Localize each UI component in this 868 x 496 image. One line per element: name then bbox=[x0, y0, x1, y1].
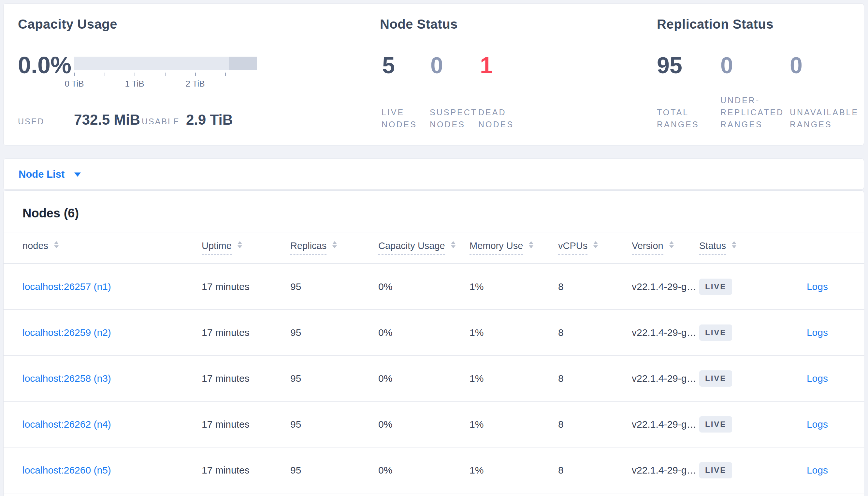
logs-link[interactable]: Logs bbox=[807, 281, 828, 292]
column-header-nodes[interactable]: nodes bbox=[23, 240, 59, 251]
table-row: localhost:26259 (n2) 17 minutes 95 0% 1%… bbox=[4, 310, 864, 356]
memory-cell: 1% bbox=[469, 419, 483, 430]
sort-icon[interactable] bbox=[529, 241, 533, 248]
under-replicated-ranges-count: 0 bbox=[720, 52, 733, 79]
capacity-cell: 0% bbox=[378, 465, 392, 476]
sort-icon[interactable] bbox=[54, 241, 59, 248]
column-header-vcpus[interactable]: vCPUs bbox=[558, 240, 598, 251]
status-badge: LIVE bbox=[699, 462, 732, 478]
axis-tick bbox=[105, 73, 105, 76]
node-link[interactable]: localhost:26257 (n1) bbox=[23, 281, 111, 292]
sort-icon[interactable] bbox=[332, 241, 337, 248]
version-cell: v22.1.4-29-g… bbox=[632, 327, 696, 338]
axis-tick bbox=[165, 73, 165, 76]
suspect-nodes-count: 0 bbox=[430, 52, 443, 79]
nodes-table-card: Nodes (6) nodes Uptime Replicas Capacity… bbox=[3, 190, 864, 496]
status-badge: LIVE bbox=[699, 416, 732, 433]
axis-tick-label: 0 TiB bbox=[55, 79, 94, 89]
status-cell: LIVE bbox=[699, 279, 732, 295]
vcpus-cell: 8 bbox=[558, 281, 564, 292]
replicas-cell: 95 bbox=[290, 281, 301, 292]
node-link[interactable]: localhost:26262 (n4) bbox=[23, 419, 111, 430]
status-cell: LIVE bbox=[699, 370, 732, 387]
dead-nodes-count: 1 bbox=[480, 52, 493, 79]
vcpus-cell: 8 bbox=[558, 419, 564, 430]
nodes-section-title: Nodes (6) bbox=[23, 206, 79, 221]
status-badge: LIVE bbox=[699, 370, 732, 387]
memory-cell: 1% bbox=[469, 465, 483, 476]
vcpus-cell: 8 bbox=[558, 327, 564, 338]
view-selector-bar: Node List bbox=[3, 158, 864, 190]
node-link[interactable]: localhost:26259 (n2) bbox=[23, 327, 111, 338]
status-badge: LIVE bbox=[699, 325, 732, 341]
dead-nodes-label: DEAD NODES bbox=[478, 106, 550, 130]
used-value: 732.5 MiB bbox=[74, 111, 140, 128]
capacity-cell: 0% bbox=[378, 327, 392, 338]
replicas-cell: 95 bbox=[290, 373, 301, 384]
axis-tick bbox=[74, 73, 75, 76]
version-cell: v22.1.4-29-g… bbox=[632, 419, 696, 430]
uptime-cell: 17 minutes bbox=[202, 281, 250, 292]
column-header-version[interactable]: Version bbox=[632, 240, 674, 251]
sort-icon[interactable] bbox=[593, 241, 598, 248]
total-ranges-count: 95 bbox=[657, 52, 682, 79]
table-body: localhost:26257 (n1) 17 minutes 95 0% 1%… bbox=[4, 264, 864, 493]
sort-icon[interactable] bbox=[669, 241, 674, 248]
sort-icon[interactable] bbox=[451, 241, 455, 248]
unavailable-ranges-label: UNAVAILABLE RANGES bbox=[790, 106, 868, 130]
capacity-cell: 0% bbox=[378, 419, 392, 430]
node-link[interactable]: localhost:26260 (n5) bbox=[23, 465, 111, 476]
memory-cell: 1% bbox=[469, 281, 483, 292]
table-header-row: nodes Uptime Replicas Capacity Usage Mem… bbox=[4, 232, 864, 264]
under-replicated-ranges-label: UNDER- REPLICATED RANGES bbox=[720, 94, 792, 130]
replicas-cell: 95 bbox=[290, 419, 301, 430]
table-row: localhost:26262 (n4) 17 minutes 95 0% 1%… bbox=[4, 402, 864, 448]
version-cell: v22.1.4-29-g… bbox=[632, 281, 696, 292]
vcpus-cell: 8 bbox=[558, 373, 564, 384]
capacity-percent-value: 0.0% bbox=[18, 51, 71, 79]
node-link[interactable]: localhost:26258 (n3) bbox=[23, 373, 111, 384]
uptime-cell: 17 minutes bbox=[202, 327, 250, 338]
column-header-replicas[interactable]: Replicas bbox=[290, 240, 337, 251]
axis-tick bbox=[135, 73, 135, 76]
replicas-cell: 95 bbox=[290, 465, 301, 476]
column-header-uptime[interactable]: Uptime bbox=[202, 240, 242, 251]
status-cell: LIVE bbox=[699, 416, 732, 433]
logs-link[interactable]: Logs bbox=[807, 465, 828, 476]
logs-link[interactable]: Logs bbox=[807, 327, 828, 338]
capacity-usage-title: Capacity Usage bbox=[18, 16, 117, 32]
unavailable-ranges-count: 0 bbox=[790, 52, 803, 79]
memory-cell: 1% bbox=[469, 327, 483, 338]
uptime-cell: 17 minutes bbox=[202, 373, 250, 384]
table-row: localhost:26260 (n5) 17 minutes 95 0% 1%… bbox=[4, 448, 864, 493]
axis-tick bbox=[225, 73, 226, 76]
cluster-summary-card: Capacity Usage 0.0% 0 TiB 1 TiB 2 TiB US… bbox=[3, 3, 864, 145]
memory-cell: 1% bbox=[469, 373, 483, 384]
axis-tick-label: 1 TiB bbox=[115, 79, 154, 89]
column-header-memory-use[interactable]: Memory Use bbox=[469, 240, 533, 251]
column-header-capacity-usage[interactable]: Capacity Usage bbox=[378, 240, 455, 251]
uptime-cell: 17 minutes bbox=[202, 419, 250, 430]
capacity-cell: 0% bbox=[378, 373, 392, 384]
logs-link[interactable]: Logs bbox=[807, 373, 828, 384]
usable-label: USABLE bbox=[142, 117, 180, 126]
table-row: localhost:26257 (n1) 17 minutes 95 0% 1%… bbox=[4, 264, 864, 310]
vcpus-cell: 8 bbox=[558, 465, 564, 476]
version-cell: v22.1.4-29-g… bbox=[632, 465, 696, 476]
node-list-dropdown[interactable]: Node List bbox=[18, 159, 81, 190]
sort-icon[interactable] bbox=[732, 241, 736, 248]
replication-status-title: Replication Status bbox=[657, 16, 774, 32]
status-cell: LIVE bbox=[699, 325, 732, 341]
replicas-cell: 95 bbox=[290, 327, 301, 338]
status-cell: LIVE bbox=[699, 462, 732, 478]
axis-tick-label: 2 TiB bbox=[176, 79, 215, 89]
sort-icon[interactable] bbox=[238, 241, 242, 248]
logs-link[interactable]: Logs bbox=[807, 419, 828, 430]
capacity-cell: 0% bbox=[378, 281, 392, 292]
column-header-status[interactable]: Status bbox=[699, 240, 736, 251]
uptime-cell: 17 minutes bbox=[202, 465, 250, 476]
usable-value: 2.9 TiB bbox=[186, 111, 233, 128]
table-row: localhost:26258 (n3) 17 minutes 95 0% 1%… bbox=[4, 356, 864, 402]
version-cell: v22.1.4-29-g… bbox=[632, 373, 696, 384]
node-list-dropdown-label[interactable]: Node List bbox=[18, 169, 64, 180]
